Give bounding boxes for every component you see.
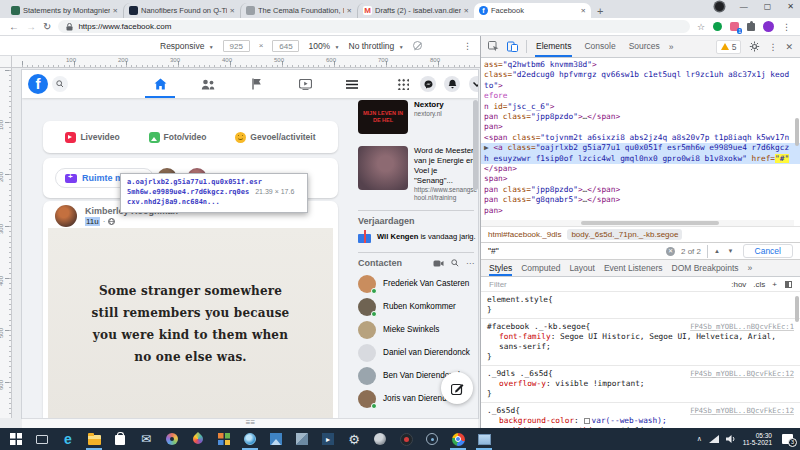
clear-search-icon[interactable]: ✕ xyxy=(666,247,675,256)
paint-palette-icon[interactable] xyxy=(159,428,185,450)
new-message-fab[interactable] xyxy=(441,372,473,404)
composer-action-live[interactable]: Livevideo xyxy=(65,132,119,143)
browser-compass-icon[interactable] xyxy=(237,428,263,450)
birthday-row[interactable]: Wil Kengen is vandaag jarig. xyxy=(358,230,478,243)
dom-tree-line[interactable]: h esuyzwwr f1sip0of lzcic4wl gmql0nx0 gp… xyxy=(481,154,800,164)
media-player-icon[interactable]: ▸ xyxy=(315,428,341,450)
dom-tree-line[interactable]: class="d2edcug0 hpfvmrgz qv66sw1b c1et5u… xyxy=(481,70,800,80)
dom-tree-line[interactable]: efore xyxy=(481,91,800,101)
office-blocks-icon[interactable] xyxy=(211,428,237,450)
volume-icon[interactable] xyxy=(726,435,736,443)
taskbar-clock[interactable]: 05:30 11-5-2021 xyxy=(743,432,772,447)
style-property[interactable]: overflow-y: visible !important; xyxy=(487,379,794,389)
mail-icon[interactable]: ✉ xyxy=(133,428,159,450)
style-toggle[interactable]: + xyxy=(772,280,777,289)
nav-menu-tab[interactable] xyxy=(330,70,374,98)
search-icon[interactable] xyxy=(52,76,68,92)
extension-green-icon[interactable] xyxy=(713,22,722,31)
paint3d-icon[interactable] xyxy=(185,428,211,450)
dom-tree-line[interactable]: span> xyxy=(481,174,800,184)
contacts-search-icon[interactable] xyxy=(451,259,459,267)
inspect-element-icon[interactable] xyxy=(488,41,499,52)
close-window-button[interactable]: ✕ xyxy=(787,2,794,11)
extensions-puzzle-icon[interactable] xyxy=(747,23,755,31)
prev-next-match-buttons[interactable]: ▲ ▼ xyxy=(714,248,737,254)
camera-app-icon[interactable] xyxy=(419,428,445,450)
dom-tree-line[interactable]: n id="jsc_c_6"> xyxy=(481,102,800,112)
style-rule-source-link[interactable]: FP4Sb_mYOBL..BQcvFkEc:12 xyxy=(690,406,794,416)
browser-menu-icon[interactable]: ⋮ xyxy=(782,22,791,32)
bookmark-star-icon[interactable]: ☆ xyxy=(697,22,705,32)
style-rule-selector[interactable]: ._9dls ._6s5d xyxy=(487,369,548,379)
tab-close-icon[interactable]: ✕ xyxy=(113,7,118,15)
styles-tab-dom-breakpoints[interactable]: DOM Breakpoints xyxy=(672,260,739,276)
styles-tab-styles[interactable]: Styles xyxy=(489,260,512,276)
browser-tab[interactable]: Statements by Montagnier, Nobe✕ xyxy=(6,3,123,18)
composer-action-feeling[interactable]: Gevoel/activiteit xyxy=(235,132,315,143)
nav-pages-tab[interactable] xyxy=(235,70,279,98)
devtools-close-icon[interactable]: ✕ xyxy=(785,42,793,52)
nav-friends-tab[interactable] xyxy=(186,70,230,98)
notifications-bell-icon[interactable] xyxy=(444,76,460,92)
browser-tab[interactable]: fFacebook✕ xyxy=(474,3,591,18)
contact-row[interactable]: Frederiek Van Casteren xyxy=(358,272,478,295)
style-toggle[interactable]: .cls xyxy=(753,280,765,289)
maximize-button[interactable]: ▢ xyxy=(764,2,772,11)
element-state-icon[interactable] xyxy=(785,281,792,288)
tab-close-icon[interactable]: ✕ xyxy=(347,7,352,15)
style-toggle[interactable]: :hov xyxy=(731,280,746,289)
viewport-height-input[interactable]: 645 xyxy=(272,40,299,52)
contact-row[interactable]: Mieke Swinkels xyxy=(358,318,478,341)
gimp-icon[interactable] xyxy=(367,428,393,450)
nav-home-tab[interactable] xyxy=(138,70,182,98)
dom-tree-line[interactable]: pan class="jpp8pzdo">…</span> xyxy=(481,112,800,122)
style-property[interactable]: background-color: var(--web-wash); xyxy=(487,416,794,426)
extension-pink-icon[interactable]: 1 xyxy=(730,22,739,31)
post-author-avatar[interactable] xyxy=(55,205,77,227)
sponsored-ad-1[interactable]: MIJN LEVEN IN DE HEL Nextory nextory.nl xyxy=(358,100,444,134)
throttling-select[interactable]: No throttling ▼ xyxy=(349,41,404,51)
contact-row[interactable]: Ruben Komkommer xyxy=(358,295,478,318)
dom-tree-line[interactable]: pan> xyxy=(481,122,800,132)
profile-avatar[interactable] xyxy=(763,21,774,32)
back-button[interactable]: ← xyxy=(9,22,19,32)
device-toolbar-toggle-icon[interactable] xyxy=(507,41,518,52)
network-conditions-icon[interactable] xyxy=(413,41,422,50)
browser-tab[interactable]: MDrafts (2) - isabel.van.dierendon✕ xyxy=(357,3,474,18)
screen-recorder-icon[interactable] xyxy=(393,428,419,450)
style-rule-selector[interactable]: element.style xyxy=(487,295,548,305)
reload-button[interactable]: ↻ xyxy=(43,22,51,32)
post-image[interactable]: Some stranger somewherestill remembers y… xyxy=(48,228,333,418)
composer-action-photo[interactable]: Foto/video xyxy=(149,132,207,143)
device-mode-select[interactable]: Responsive ▼ xyxy=(160,41,214,51)
account-chevron-icon[interactable] xyxy=(469,76,478,92)
settings-gear-icon[interactable]: ⚙ xyxy=(341,428,367,450)
browser-profile-icon[interactable] xyxy=(715,2,724,11)
dom-tree-line[interactable]: <span class="tojvnm2t a6sixzi8 abs2jz4q … xyxy=(481,133,800,143)
dom-tree-scrollbar[interactable] xyxy=(795,118,799,146)
network-icon[interactable] xyxy=(709,435,719,443)
zoom-select[interactable]: 100% ▼ xyxy=(308,41,339,51)
url-input[interactable]: https://www.facebook.com xyxy=(58,20,690,33)
start-button[interactable] xyxy=(3,428,29,450)
contact-row[interactable]: Daniel van Dierendonck xyxy=(358,341,478,364)
dom-tree-line[interactable]: ▶ <a class="oajrlxb2 g5ia77u1 qu0x051f e… xyxy=(481,143,800,153)
dom-tree-line[interactable]: pan class="jpp8pzdo">…</span> xyxy=(481,185,800,195)
tray-expand-icon[interactable]: ∧ xyxy=(697,435,702,443)
microsoft-store-icon[interactable] xyxy=(107,428,133,450)
dom-tree-line[interactable]: pan class="g8qnabr5">…</span> xyxy=(481,195,800,205)
style-rule-source-link[interactable]: FP4Sb_mYOBL..BQcvFkEc:12 xyxy=(690,369,794,379)
device-toolbar-menu-icon[interactable]: ⋮ xyxy=(463,41,472,51)
documents-app-icon[interactable] xyxy=(289,428,315,450)
task-view-icon[interactable] xyxy=(29,428,55,450)
viewport-resize-handle[interactable]: ≡ ≡ xyxy=(22,418,478,428)
dom-tree-line[interactable]: </span> xyxy=(481,164,800,174)
tab-close-icon[interactable]: ✕ xyxy=(230,7,235,15)
style-rule-source-link[interactable]: FP4Sb_mYOBL..nBQcvFkEc:1 xyxy=(690,322,794,332)
browser-tab[interactable]: The Cemala Foundation, Inc.✕ xyxy=(240,3,357,18)
style-rule-selector[interactable]: ._6s5d xyxy=(487,406,515,416)
devtools-tab-console[interactable]: Console xyxy=(583,36,616,57)
contacts-menu-icon[interactable]: ⋯ xyxy=(466,259,474,268)
styles-scrollbar[interactable] xyxy=(795,296,799,322)
styles-tab-computed[interactable]: Computed xyxy=(521,260,560,276)
